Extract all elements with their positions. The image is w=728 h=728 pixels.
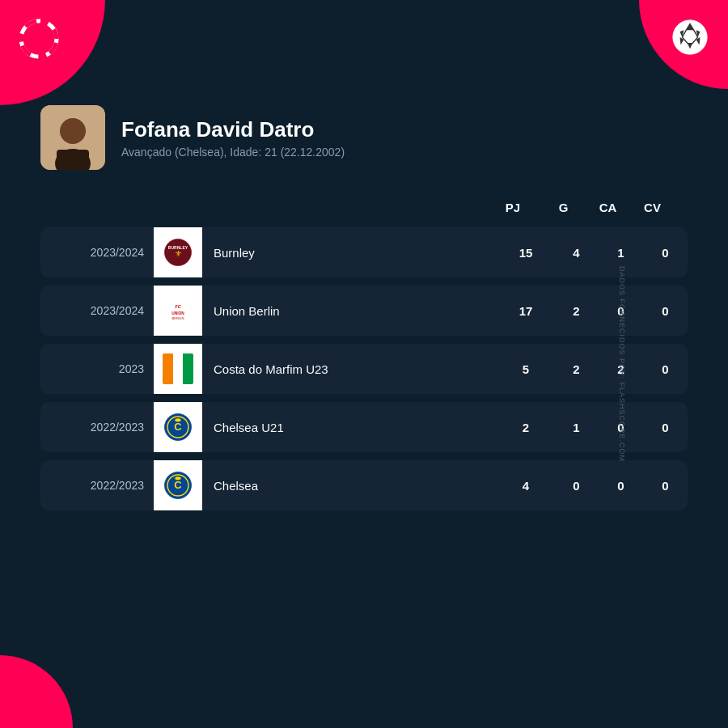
stat-cv: 0 <box>643 421 688 434</box>
stat-g: 0 <box>554 479 599 493</box>
svg-text:C: C <box>174 479 181 491</box>
stat-g: 2 <box>554 362 599 376</box>
player-name: Fofana David Datro <box>121 117 345 142</box>
club-name: Chelsea <box>202 479 497 493</box>
stat-ca: 0 <box>599 479 643 493</box>
club-logo-chelsea2: C <box>154 460 202 510</box>
stats-table: PJ G CA CV 2023/2024 BURNLEY ⚜ Burnley 1… <box>40 194 688 510</box>
stat-g: 1 <box>554 421 599 434</box>
soccer-ball-icon <box>667 15 712 59</box>
season-label: 2022/2023 <box>40 411 154 443</box>
club-name: Union Berlin <box>202 304 497 318</box>
svg-rect-13 <box>57 150 89 166</box>
table-row: 2023 Costa do Marfim U23 5 2 2 0 <box>40 344 688 394</box>
club-name: Burnley <box>202 246 497 260</box>
season-label: 2023 <box>40 353 154 385</box>
svg-text:FC: FC <box>175 304 180 309</box>
col-g: G <box>541 201 586 214</box>
stat-g: 2 <box>554 304 599 318</box>
svg-point-24 <box>175 418 180 421</box>
table-row: 2023/2024 FC UNION BERLIN Union Berlin 1… <box>40 286 688 336</box>
club-logo-burnley: BURNLEY ⚜ <box>154 227 202 277</box>
stat-cv: 0 <box>643 362 688 376</box>
table-row: 2022/2023 C Chelsea U21 2 1 0 0 <box>40 402 688 452</box>
club-name: Costa do Marfim U23 <box>202 362 497 376</box>
stat-g: 4 <box>554 246 599 260</box>
stat-cv: 0 <box>643 246 688 260</box>
stat-pj: 5 <box>497 362 554 376</box>
col-cv: CV <box>630 201 675 214</box>
corner-accent-bottom-left <box>0 655 73 728</box>
stat-cv: 0 <box>643 479 688 493</box>
stat-pj: 15 <box>497 246 554 260</box>
stat-pj: 4 <box>497 479 554 493</box>
svg-point-28 <box>175 476 180 480</box>
player-info: Fofana David Datro Avançado (Chelsea), I… <box>121 117 345 159</box>
club-logo-chelsea: C <box>154 402 202 452</box>
table-row: 2022/2023 C Chelsea 4 0 0 0 <box>40 460 688 510</box>
table-row: 2023/2024 BURNLEY ⚜ Burnley 15 4 1 0 <box>40 227 688 277</box>
player-header: Fofana David Datro Avançado (Chelsea), I… <box>40 105 688 170</box>
stat-pj: 2 <box>497 421 554 434</box>
col-pj: PJ <box>485 201 541 214</box>
stat-ca: 1 <box>599 246 643 260</box>
table-header: PJ G CA CV <box>40 194 688 221</box>
svg-point-12 <box>60 118 86 144</box>
svg-text:UNION: UNION <box>171 311 184 315</box>
app-logo <box>15 15 63 63</box>
stat-cv: 0 <box>643 304 688 318</box>
player-avatar <box>40 105 105 170</box>
svg-text:⚜: ⚜ <box>175 249 182 258</box>
player-subtitle: Avançado (Chelsea), Idade: 21 (22.12.200… <box>121 146 345 159</box>
club-name: Chelsea U21 <box>202 421 497 434</box>
stat-pj: 17 <box>497 304 554 318</box>
season-label: 2023/2024 <box>40 236 154 269</box>
club-logo-union: FC UNION BERLIN <box>154 286 202 336</box>
col-ca: CA <box>586 201 630 214</box>
svg-text:C: C <box>174 421 181 433</box>
season-label: 2023/2024 <box>40 294 154 327</box>
club-logo-ivory <box>154 344 202 394</box>
data-source-text: DADOS FORNECIDOS POR: FLASHSCORE.COM <box>618 266 626 462</box>
season-label: 2022/2023 <box>40 469 154 502</box>
svg-text:BERLIN: BERLIN <box>171 316 184 320</box>
